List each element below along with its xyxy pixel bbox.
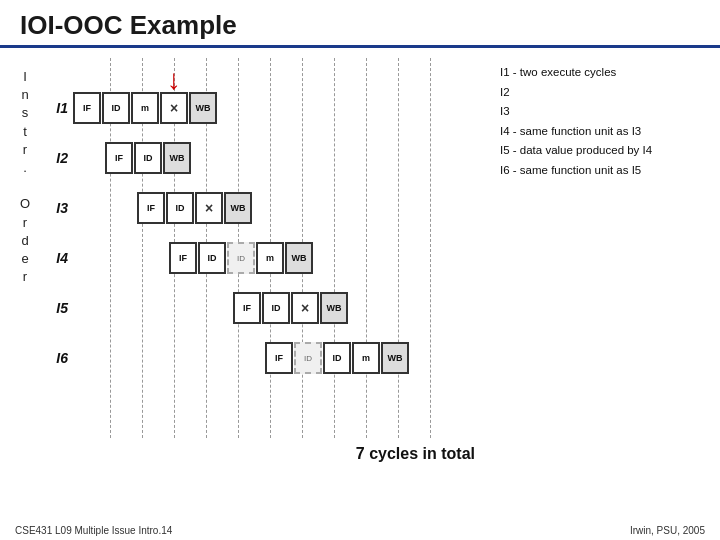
header: IOI-OOC Example — [0, 0, 720, 48]
stage-if: IF — [265, 342, 293, 374]
cycles-note: 7 cycles in total — [356, 445, 475, 463]
stage-ex1: m — [131, 92, 159, 124]
pipeline-row-i2: I2 IF ID WB — [45, 135, 490, 181]
stage-wb: WB — [189, 92, 217, 124]
stage-wb: WB — [224, 192, 252, 224]
pipeline-row-i4: I4 IF ID ID m WB — [45, 235, 490, 281]
instr-order-label: I n s t r . O r d e r — [10, 58, 40, 518]
footer-left: CSE431 L09 Multiple Issue Intro.14 — [15, 525, 172, 536]
instr-name-i3: I3 — [45, 200, 73, 216]
instr-name-i6: I6 — [45, 350, 73, 366]
stage-wb: WB — [285, 242, 313, 274]
stage-id: ID — [166, 192, 194, 224]
instr-name-i1: I1 — [45, 100, 73, 116]
stage-id-stall: ID — [227, 242, 255, 274]
stage-id: ID — [198, 242, 226, 274]
stage-id-stall: ID — [294, 342, 322, 374]
stage-ex2-x: × — [160, 92, 188, 124]
note-i2: I2 — [500, 83, 710, 103]
instr-name-i4: I4 — [45, 250, 73, 266]
page-title: IOI-OOC Example — [20, 10, 700, 41]
stage-ex-x: × — [195, 192, 223, 224]
stage-if: IF — [137, 192, 165, 224]
instr-name-i2: I2 — [45, 150, 73, 166]
stage-id: ID — [134, 142, 162, 174]
instr-name-i5: I5 — [45, 300, 73, 316]
note-i5: I5 - data value produced by I4 — [500, 141, 710, 161]
stage-wb: WB — [381, 342, 409, 374]
stage-if: IF — [233, 292, 261, 324]
note-i6: I6 - same function unit as I5 — [500, 161, 710, 181]
note-i3: I3 — [500, 102, 710, 122]
stage-if: IF — [105, 142, 133, 174]
red-arrow: ↓ — [167, 66, 181, 94]
footer: CSE431 L09 Multiple Issue Intro.14 Irwin… — [0, 525, 720, 536]
pipeline-row-i1: I1 IF ID m × WB — [45, 85, 490, 131]
stage-ex: m — [256, 242, 284, 274]
stage-if: IF — [73, 92, 101, 124]
stage-id: ID — [262, 292, 290, 324]
pipeline-row-i5: I5 IF ID × WB — [45, 285, 490, 331]
stage-if: IF — [169, 242, 197, 274]
stage-ex: m — [352, 342, 380, 374]
pipeline-row-i3: I3 IF ID × WB — [45, 185, 490, 231]
note-i1: I1 - two execute cycles — [500, 63, 710, 83]
stage-wb: WB — [320, 292, 348, 324]
footer-right: Irwin, PSU, 2005 — [630, 525, 705, 536]
stage-ex-x: × — [291, 292, 319, 324]
stage-id: ID — [102, 92, 130, 124]
pipeline-row-i6: I6 IF ID ID m WB — [45, 335, 490, 381]
stage-id: ID — [323, 342, 351, 374]
note-i4: I4 - same function unit as I3 — [500, 122, 710, 142]
notes-area: I1 - two execute cycles I2 I3 I4 - same … — [490, 58, 710, 518]
stage-wb: WB — [163, 142, 191, 174]
